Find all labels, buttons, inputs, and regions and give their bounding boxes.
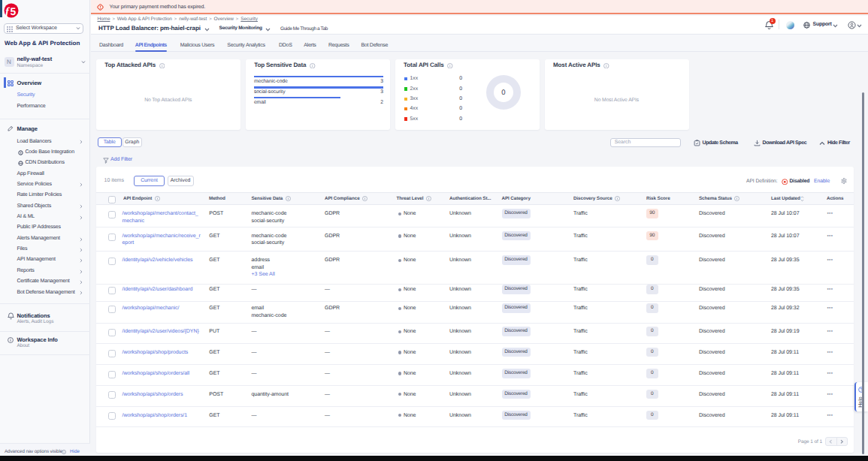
svg-text:5: 5 xyxy=(10,7,16,18)
